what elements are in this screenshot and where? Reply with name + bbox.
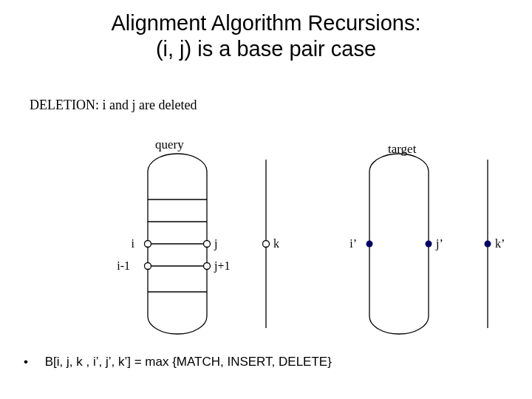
diagram-svg: i i-1 j j+1 k i’ j’ k’: [0, 148, 532, 340]
target-hairpin: [369, 154, 429, 334]
label-i: i: [132, 237, 135, 250]
title-line-2: (i, j) is a base pair case: [156, 37, 376, 61]
node-i-prime: [366, 241, 373, 248]
bullet-icon: •: [24, 355, 41, 369]
slide: Alignment Algorithm Recursions: (i, j) i…: [0, 0, 532, 399]
node-i: [145, 241, 151, 248]
label-k-prime: k’: [495, 237, 505, 250]
node-j: [204, 241, 211, 248]
node-k: [263, 241, 270, 248]
node-j-plus-1: [204, 263, 211, 270]
query-nodes: [145, 241, 211, 270]
query-hairpin: [148, 154, 207, 334]
deletion-subhead: DELETION: i and j are deleted: [30, 98, 197, 113]
label-k: k: [273, 237, 279, 250]
bullet-text: B[i, j, k , i’, j’, k’] = max {MATCH, IN…: [45, 355, 332, 369]
label-i-prime: i’: [349, 237, 357, 250]
slide-title: Alignment Algorithm Recursions: (i, j) i…: [0, 10, 532, 62]
label-i-minus-1: i-1: [117, 259, 130, 272]
label-j-plus-1: j+1: [214, 259, 230, 273]
node-i-minus-1: [145, 263, 151, 270]
node-j-prime: [426, 241, 432, 248]
title-line-1: Alignment Algorithm Recursions:: [111, 11, 420, 35]
label-j: j: [214, 237, 217, 250]
node-k-prime: [485, 241, 491, 248]
label-j-prime: j’: [435, 237, 443, 250]
recursion-bullet: • B[i, j, k , i’, j’, k’] = max {MATCH, …: [24, 355, 332, 369]
